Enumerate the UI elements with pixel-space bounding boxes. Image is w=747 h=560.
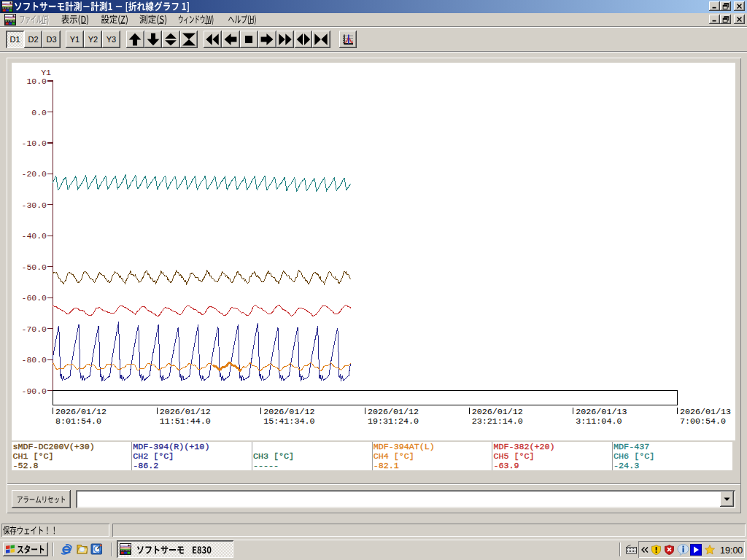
- svg-text:2026/01/12: 2026/01/12: [263, 407, 314, 417]
- svg-text:8:01:54.0: 8:01:54.0: [55, 416, 101, 427]
- svg-text:-20.0: -20.0: [21, 169, 47, 179]
- svg-text:-70.0: -70.0: [21, 324, 47, 334]
- svg-text:23:21:14.0: 23:21:14.0: [472, 416, 523, 427]
- svg-text:2026/01/12: 2026/01/12: [368, 407, 419, 417]
- svg-text:3:11:04.0: 3:11:04.0: [576, 416, 622, 427]
- svg-text:19:31:24.0: 19:31:24.0: [368, 416, 419, 427]
- svg-text:-80.0: -80.0: [21, 355, 47, 365]
- svg-text:-10.0: -10.0: [21, 139, 47, 148]
- svg-text:11:51:44.0: 11:51:44.0: [160, 416, 211, 427]
- svg-text:-30.0: -30.0: [21, 201, 47, 210]
- svg-text:10.0: 10.0: [26, 77, 47, 86]
- svg-text:0.0: 0.0: [31, 108, 47, 117]
- svg-text:2026/01/12: 2026/01/12: [160, 407, 211, 417]
- svg-text:2026/01/13: 2026/01/13: [576, 407, 627, 417]
- svg-text:-90.0: -90.0: [21, 386, 47, 396]
- svg-text:Y1: Y1: [41, 68, 51, 77]
- svg-text:7:00:54.0: 7:00:54.0: [680, 416, 726, 427]
- svg-text:2026/01/12: 2026/01/12: [472, 407, 523, 417]
- svg-text:15:41:34.0: 15:41:34.0: [263, 416, 314, 427]
- svg-text:-50.0: -50.0: [21, 262, 47, 272]
- svg-text:2026/01/13: 2026/01/13: [680, 407, 731, 417]
- svg-text:-40.0: -40.0: [21, 231, 47, 241]
- svg-text:2026/01/12: 2026/01/12: [55, 407, 107, 417]
- svg-text:-60.0: -60.0: [21, 293, 47, 303]
